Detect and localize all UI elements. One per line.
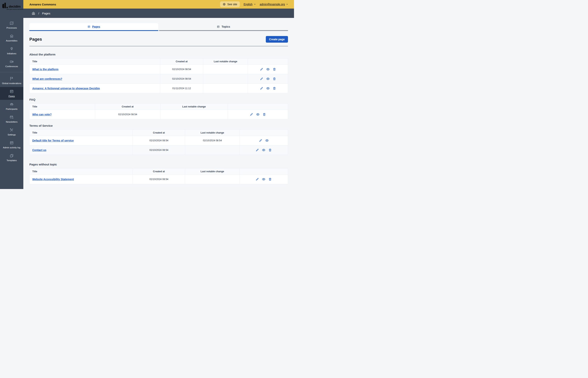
row-actions [240, 136, 288, 145]
column-header-created-at: Created at [95, 104, 160, 109]
participants-people-icon [10, 102, 14, 107]
divider [29, 46, 288, 46]
trash-icon [263, 113, 266, 116]
section-heading: Pages without topic [29, 163, 288, 166]
create-page-button[interactable]: Create page [266, 36, 288, 43]
preview-button[interactable] [256, 113, 260, 116]
language-dropdown[interactable]: English [244, 3, 256, 6]
user-menu[interactable]: admin@example.org [260, 3, 288, 6]
eye-icon [266, 87, 270, 90]
row-actions [240, 175, 288, 184]
page-link[interactable]: Who can vote? [32, 113, 52, 116]
page-link[interactable]: Annares: A fictionnal universe to showca… [32, 87, 100, 90]
row-actions [240, 145, 288, 155]
last-change-value [160, 110, 228, 119]
edit-button[interactable] [260, 87, 263, 90]
tab-topics[interactable]: Topics [159, 23, 288, 31]
edit-button[interactable] [256, 148, 259, 152]
created-at-value: 02/10/2024 08:54 [133, 175, 185, 184]
table-row: Website Accessibility Statement 02/10/20… [30, 175, 288, 184]
eye-target-icon [223, 3, 226, 6]
eye-icon [262, 177, 265, 181]
brand-name: decidim [9, 5, 21, 8]
column-header-last-change: Last notable change [203, 58, 248, 64]
edit-button[interactable] [259, 139, 262, 142]
page-link[interactable]: Contact us [32, 148, 46, 152]
pencil-icon [256, 148, 259, 152]
delete-button[interactable] [273, 77, 276, 81]
decidim-logo-icon [2, 3, 8, 8]
pages-table: Title Created at Last notable change Who… [29, 103, 288, 119]
preview-button[interactable] [265, 139, 269, 142]
sidebar-item-processes[interactable]: Processes [0, 19, 23, 31]
moderations-flag-icon [10, 77, 14, 81]
sidebar-item-templates[interactable]: Templates [0, 151, 23, 164]
pages-table: Title Created at Last notable change Web… [29, 168, 288, 184]
created-at-value: 02/10/2024 08:54 [160, 74, 203, 83]
topics-newspaper-icon [217, 25, 220, 28]
sidebar-item-conferences[interactable]: Conferences [0, 57, 23, 70]
delete-button[interactable] [263, 113, 266, 116]
column-header-title: Title [30, 168, 133, 175]
sidebar-item-participants[interactable]: Participants [0, 100, 23, 113]
column-header-created-at: Created at [133, 168, 185, 175]
newsletters-mail-add-icon [10, 115, 14, 119]
sidebar-item-initiatives[interactable]: Initiatives [0, 44, 23, 57]
sidebar-item-admin-activity-log[interactable]: Admin activity log [0, 138, 23, 151]
initiatives-lightbulb-icon [10, 47, 14, 51]
decidim-logo[interactable]: decidim free open-source democracy [0, 0, 23, 19]
preview-button[interactable] [262, 177, 265, 181]
edit-button[interactable] [250, 113, 253, 116]
activity-log-newspaper-icon [10, 141, 14, 145]
tab-pages[interactable]: Pages [29, 23, 158, 31]
preview-button[interactable] [262, 148, 265, 152]
page-link[interactable]: What are conferences? [32, 77, 62, 81]
delete-button[interactable] [268, 148, 272, 152]
table-header: Title Created at Last notable change [30, 104, 288, 109]
delete-button[interactable] [273, 68, 276, 71]
sidebar-item-settings[interactable]: Settings [0, 125, 23, 138]
section-heading: About the platform [29, 53, 288, 56]
sidebar-item-global-moderations[interactable]: Global moderations [0, 74, 23, 87]
edit-button[interactable] [260, 68, 263, 71]
last-change-value: 02/10/2024 08:54 [185, 136, 239, 145]
delete-button[interactable] [268, 177, 272, 181]
breadcrumb: / Pages [23, 9, 294, 18]
column-header-last-change: Last notable change [185, 130, 239, 136]
column-header-actions [248, 58, 288, 64]
preview-button[interactable] [266, 87, 270, 90]
sidebar-item-newsletters[interactable]: Newsletters [0, 113, 23, 125]
column-header-created-at: Created at [160, 58, 203, 64]
page-title: Pages [29, 37, 42, 42]
table-header: Title Created at Last notable change [30, 168, 288, 175]
sidebar-item-assemblies[interactable]: Assemblies [0, 31, 23, 44]
delete-button[interactable] [273, 87, 276, 90]
edit-button[interactable] [260, 77, 263, 81]
decidim-admin-app: decidim free open-source democracy Proce… [0, 0, 294, 189]
page-link[interactable]: Default title for Terms of service [32, 139, 74, 142]
conferences-video-icon [10, 60, 14, 64]
breadcrumb-current[interactable]: Pages [42, 12, 50, 15]
last-change-value [185, 145, 239, 155]
page-link[interactable]: Website Accessibility Statement [32, 178, 74, 181]
row-actions [248, 84, 288, 93]
home-gear-icon[interactable] [31, 11, 35, 15]
eye-icon [262, 148, 265, 152]
settings-tools-icon [10, 128, 14, 132]
column-header-last-change: Last notable change [185, 168, 239, 175]
column-header-title: Title [30, 104, 95, 109]
table-row: Annares: A fictionnal universe to showca… [30, 83, 288, 93]
pages-table: Title Created at Last notable change Wha… [29, 58, 288, 93]
eye-icon [266, 68, 270, 71]
row-actions [228, 110, 288, 119]
edit-button[interactable] [256, 177, 259, 181]
pages-section: FAQ Title Created at Last notable change… [29, 98, 288, 119]
see-site-button[interactable]: See site [220, 1, 240, 7]
sidebar-item-pages[interactable]: Pages [0, 87, 23, 100]
preview-button[interactable] [266, 77, 270, 81]
column-header-actions [240, 130, 288, 136]
trash-icon [268, 177, 272, 181]
page-link[interactable]: What is the platform [32, 68, 59, 71]
preview-button[interactable] [266, 68, 270, 71]
table-row: Contact us 02/10/2024 08:54 [30, 145, 288, 155]
